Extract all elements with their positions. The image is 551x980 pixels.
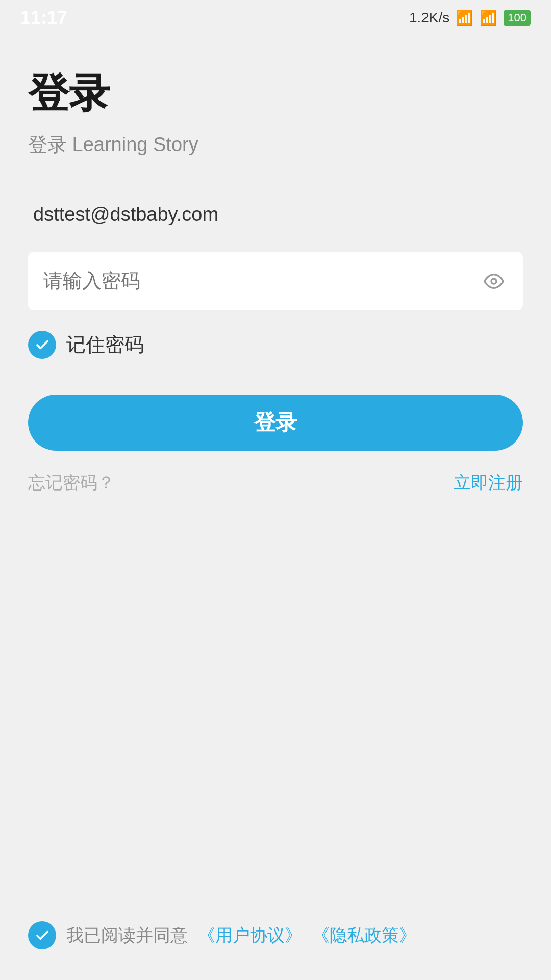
signal-icon: 📶 (456, 10, 473, 27)
status-time: 11:17 (20, 7, 67, 29)
wifi-icon: 📶 (480, 10, 497, 27)
svg-point-0 (491, 279, 496, 284)
remember-checkbox[interactable] (28, 331, 56, 359)
status-icons: 1.2K/s 📶 📶 100 (409, 10, 531, 27)
agreement-text: 我已阅读并同意 (66, 924, 188, 947)
page-subtitle: 登录 Learning Story (28, 132, 523, 158)
forgot-password-link[interactable]: 忘记密码？ (28, 471, 115, 495)
email-field-container (28, 193, 523, 236)
password-field-container (28, 252, 523, 310)
privacy-policy-link[interactable]: 《隐私政策》 (312, 924, 416, 947)
toggle-password-icon[interactable] (480, 267, 508, 295)
main-content: 登录 登录 Learning Story 记住密码 登录 忘记密码？ 立即注册 (0, 36, 551, 515)
bottom-section: 我已阅读并同意 《用户协议》 《隐私政策》 (28, 921, 523, 949)
email-input[interactable] (33, 204, 518, 226)
register-link[interactable]: 立即注册 (454, 471, 523, 495)
links-row: 忘记密码？ 立即注册 (28, 471, 523, 495)
user-agreement-link[interactable]: 《用户协议》 (198, 924, 302, 947)
remember-row: 记住密码 (28, 331, 523, 359)
password-input[interactable] (43, 270, 480, 292)
agreement-checkbox[interactable] (28, 921, 56, 949)
remember-label: 记住密码 (66, 332, 144, 358)
battery-icon: 100 (504, 10, 531, 26)
page-title: 登录 (28, 66, 523, 121)
login-button[interactable]: 登录 (28, 395, 523, 451)
status-bar: 11:17 1.2K/s 📶 📶 100 (0, 0, 551, 36)
network-speed: 1.2K/s (409, 10, 449, 26)
